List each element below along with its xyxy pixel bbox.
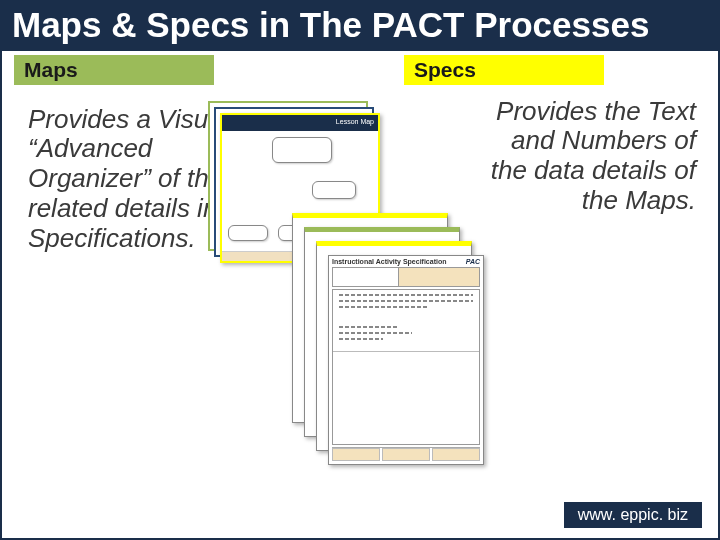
spec-thumbnails: Instructional Activity Specification PAC [292, 213, 492, 463]
tag-maps: Maps [14, 55, 214, 85]
slide-title: Maps & Specs in The PACT Processes [2, 2, 718, 51]
spec-thumb-brand: PAC [466, 258, 480, 265]
spec-thumb-footer [332, 447, 480, 461]
footer-url: www. eppic. biz [564, 502, 702, 528]
specs-description: Provides the Text and Numbers of the dat… [471, 97, 696, 217]
tags-row: Maps Specs [2, 51, 718, 85]
tag-specs: Specs [404, 55, 604, 85]
spec-thumb-block [332, 289, 480, 445]
content-area: Provides a Visual “Advanced Organizer” o… [2, 85, 718, 485]
spec-thumb-meta [332, 267, 480, 287]
spec-thumb-header: Instructional Activity Specification PAC [329, 256, 483, 265]
map-thumb-header: Lesson Map [222, 115, 378, 131]
spec-thumb-title: Instructional Activity Specification [332, 258, 447, 265]
spec-thumb: Instructional Activity Specification PAC [328, 255, 484, 465]
